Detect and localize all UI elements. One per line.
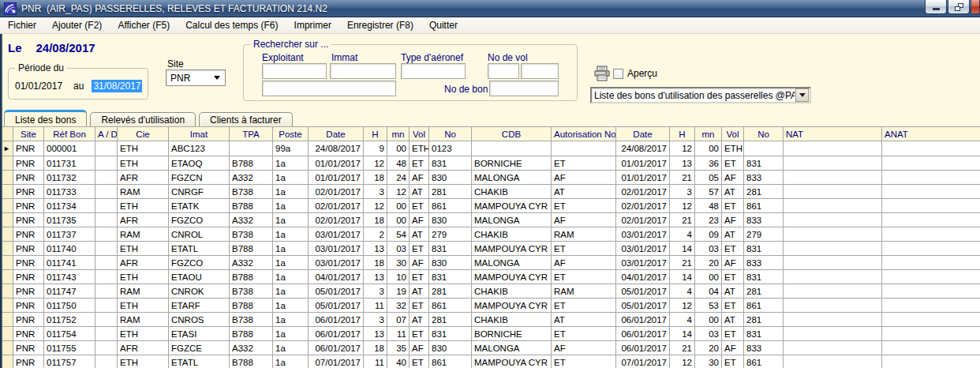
table-cell[interactable]: B738: [230, 284, 273, 299]
table-cell[interactable]: MAMPOUYA CYR: [472, 299, 552, 313]
table-cell[interactable]: ETAOU: [169, 270, 230, 284]
table-cell[interactable]: 1a: [273, 256, 309, 270]
table-cell[interactable]: 861: [744, 299, 784, 313]
table-cell[interactable]: 24/08/2017: [616, 141, 670, 156]
menu-item-quitter[interactable]: Quitter: [423, 17, 464, 33]
type-aeronef-input[interactable]: [401, 63, 466, 79]
table-cell[interactable]: PNR: [13, 341, 44, 355]
table-cell[interactable]: [882, 327, 980, 341]
table-cell[interactable]: 11: [387, 327, 410, 341]
table-cell[interactable]: CHAKIB: [472, 185, 552, 199]
column-header-no-11[interactable]: No: [429, 127, 472, 141]
table-cell[interactable]: 3: [364, 313, 387, 327]
table-cell[interactable]: [882, 227, 980, 242]
table-cell[interactable]: 1a: [273, 313, 309, 327]
table-cell[interactable]: RAM: [118, 284, 169, 299]
table-cell[interactable]: 21: [670, 256, 695, 270]
table-cell[interactable]: 1a: [273, 171, 309, 185]
table-cell[interactable]: PNR: [13, 327, 44, 341]
column-header-r-f-bon-1[interactable]: Réf Bon: [44, 127, 95, 141]
table-cell[interactable]: PNR: [13, 213, 44, 227]
table-cell[interactable]: 1a: [273, 242, 309, 256]
table-cell[interactable]: ETARF: [169, 299, 230, 313]
table-cell[interactable]: AF: [410, 171, 429, 185]
table-cell[interactable]: 24/08/2017: [309, 141, 364, 156]
table-cell[interactable]: MALONGA: [472, 256, 552, 270]
table-cell[interactable]: 12: [670, 299, 695, 313]
table-cell[interactable]: [95, 227, 118, 242]
table-cell[interactable]: [784, 227, 882, 242]
table-cell[interactable]: 05/01/2017: [616, 299, 670, 313]
table-cell[interactable]: 03/01/2017: [616, 227, 670, 242]
table-cell[interactable]: 30: [695, 355, 722, 368]
table-cell[interactable]: PNR: [13, 313, 44, 327]
table-cell[interactable]: 13: [364, 242, 387, 256]
table-cell[interactable]: PNR: [13, 171, 44, 185]
table-cell[interactable]: [784, 199, 882, 213]
table-cell[interactable]: 12: [387, 185, 410, 199]
table-cell[interactable]: 011733: [44, 185, 95, 199]
table-cell[interactable]: [784, 313, 882, 327]
table-cell[interactable]: AT: [410, 313, 429, 327]
table-cell[interactable]: ETH: [118, 270, 169, 284]
table-cell[interactable]: [784, 256, 882, 270]
table-cell[interactable]: [882, 284, 980, 299]
table-cell[interactable]: PNR: [13, 242, 44, 256]
exploitant-input-2[interactable]: [262, 81, 396, 96]
table-cell[interactable]: 14: [670, 242, 695, 256]
table-cell[interactable]: 35: [387, 341, 410, 355]
table-cell[interactable]: 01/01/2017: [616, 171, 670, 185]
table-cell[interactable]: 861: [429, 299, 472, 313]
table-cell[interactable]: ETATL: [169, 242, 230, 256]
table-cell[interactable]: [882, 171, 980, 185]
table-cell[interactable]: 861: [744, 199, 784, 213]
menu-item-enregistrer[interactable]: Enregistrer (F8): [341, 17, 420, 33]
menu-item-calcul-des-temps[interactable]: Calcul des temps (F6): [179, 17, 284, 33]
table-cell[interactable]: CNRGF: [169, 185, 230, 199]
table-cell[interactable]: 11: [364, 299, 387, 313]
table-cell[interactable]: ETH: [118, 299, 169, 313]
table-cell[interactable]: ET: [410, 355, 429, 368]
table-cell[interactable]: RAM: [552, 284, 616, 299]
table-cell[interactable]: ET: [552, 242, 616, 256]
column-header-anat-20[interactable]: ANAT: [882, 127, 980, 141]
table-cell[interactable]: [784, 270, 882, 284]
table-cell[interactable]: ET: [410, 156, 429, 171]
table-cell[interactable]: 2: [364, 227, 387, 242]
table-cell[interactable]: [95, 213, 118, 227]
table-cell[interactable]: AF: [552, 341, 616, 355]
table-cell[interactable]: MALONGA: [472, 341, 552, 355]
menu-item-fichier[interactable]: Fichier: [2, 17, 43, 33]
table-cell[interactable]: 09: [695, 227, 722, 242]
table-cell[interactable]: [882, 156, 980, 171]
table-cell[interactable]: CNROK: [169, 284, 230, 299]
table-cell[interactable]: MAMPOUYA CYR: [472, 199, 552, 213]
table-cell[interactable]: 48: [387, 156, 410, 171]
table-cell[interactable]: AT: [722, 313, 744, 327]
table-cell[interactable]: 32: [387, 299, 410, 313]
table-cell[interactable]: 23: [695, 213, 722, 227]
column-header-vol-10[interactable]: Vol: [410, 127, 429, 141]
column-header-poste-6[interactable]: Poste: [273, 127, 309, 141]
table-cell[interactable]: AT: [552, 185, 616, 199]
no-de-vol-input-2[interactable]: [521, 63, 559, 79]
table-cell[interactable]: ET: [552, 299, 616, 313]
table-cell[interactable]: ETAOQ: [169, 156, 230, 171]
table-cell[interactable]: [784, 213, 882, 227]
table-cell[interactable]: 03: [387, 242, 410, 256]
table-cell[interactable]: 1a: [273, 227, 309, 242]
table-cell[interactable]: [472, 141, 552, 156]
table-cell[interactable]: [882, 341, 980, 355]
table-cell[interactable]: 00: [387, 141, 410, 156]
table-cell[interactable]: B788: [230, 299, 273, 313]
table-cell[interactable]: 06/01/2017: [309, 327, 364, 341]
table-cell[interactable]: ETH: [118, 156, 169, 171]
table-cell[interactable]: AF: [552, 171, 616, 185]
table-cell[interactable]: A332: [230, 341, 273, 355]
table-cell[interactable]: [95, 256, 118, 270]
table-cell[interactable]: ET: [722, 299, 744, 313]
table-cell[interactable]: 20: [695, 341, 722, 355]
table-cell[interactable]: 0123: [429, 141, 472, 156]
table-cell[interactable]: 04: [695, 284, 722, 299]
table-cell[interactable]: [95, 242, 118, 256]
